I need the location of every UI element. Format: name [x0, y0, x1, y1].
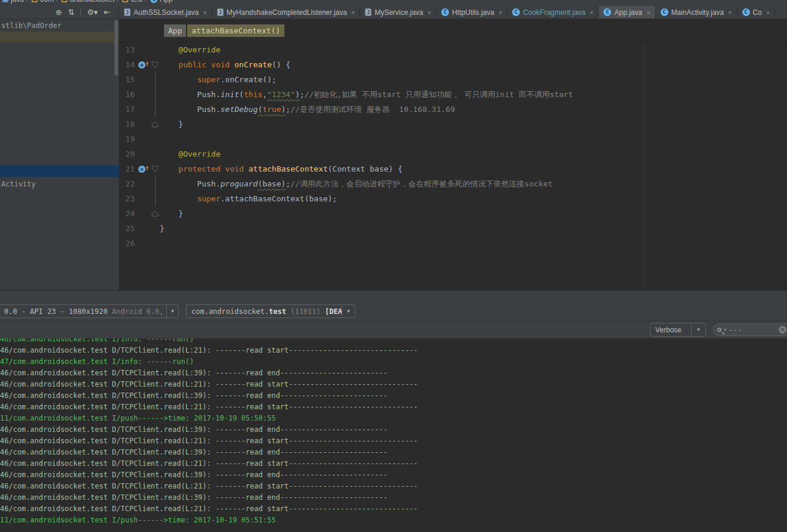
- fold-collapse-icon[interactable]: [150, 161, 160, 176]
- chevron-down-icon[interactable]: ▼: [166, 305, 178, 318]
- code-token: .attachBaseContext(base);: [221, 194, 337, 203]
- code-text[interactable]: super.onCreate();: [160, 75, 787, 84]
- context-class-chip[interactable]: App: [164, 24, 186, 37]
- close-icon[interactable]: ×: [498, 9, 502, 16]
- log-level-selector[interactable]: Verbose ▼: [650, 323, 706, 337]
- line-number[interactable]: 16: [119, 90, 137, 99]
- line-number[interactable]: 18: [119, 120, 137, 129]
- code-line: 15 super.onCreate();: [119, 72, 787, 87]
- chevron-down-icon[interactable]: ▼: [342, 305, 355, 318]
- gutter-icon-cell: [137, 176, 150, 191]
- top-navigation-bar: java/com/androidsocket/test/CApp: [0, 0, 787, 6]
- code-token: [160, 194, 197, 203]
- code-token: (: [239, 90, 244, 99]
- close-icon[interactable]: ×: [427, 9, 431, 16]
- overrides-method-icon[interactable]: o↑: [137, 57, 150, 72]
- fold-marker-cell: [150, 236, 160, 251]
- close-icon[interactable]: ×: [351, 9, 355, 16]
- code-text[interactable]: Push.init(this,"1234");//初始化,如果 不用start …: [160, 89, 787, 100]
- panel-divider[interactable]: [0, 290, 787, 302]
- code-text[interactable]: }: [160, 120, 787, 129]
- line-number[interactable]: 17: [119, 105, 137, 114]
- code-text[interactable]: }: [160, 209, 787, 218]
- line-number[interactable]: 15: [119, 75, 137, 84]
- gutter-icon-cell: [137, 132, 150, 147]
- tab-label: MyService.java: [374, 8, 423, 17]
- device-selector[interactable]: 0.0 - API 23 - 1080x1920 Android 6.0, AP…: [0, 304, 179, 318]
- tab-mainactivity-java[interactable]: CMainActivity.java×: [656, 6, 738, 18]
- code-token: ,: [262, 90, 267, 99]
- log-line: 46/com.androidsocket.test D/TCPClient.re…: [0, 503, 787, 515]
- tab-httputils-java[interactable]: CHttpUtils.java×: [436, 6, 507, 18]
- code-line: 14o↑ public void onCreate() {: [119, 57, 787, 72]
- logcat-output[interactable]: 46/com.androidsocket.test I/info: ------…: [0, 338, 787, 532]
- project-tree-item[interactable]: stlib\PadOrder: [1, 21, 61, 30]
- close-icon[interactable]: ×: [728, 9, 732, 16]
- project-tree-selected-row[interactable]: [0, 32, 119, 42]
- log-line: 46/com.androidsocket.test D/TCPClient.re…: [0, 368, 787, 379]
- code-text[interactable]: @Override: [160, 45, 787, 54]
- search-options-chevron-icon[interactable]: ▼: [723, 328, 727, 332]
- process-selector[interactable]: com.androidsocket.test (11011) [DEAD] ▼: [186, 304, 355, 318]
- line-number[interactable]: 23: [119, 194, 137, 203]
- fold-collapse-icon[interactable]: [150, 57, 160, 72]
- clear-search-icon[interactable]: ×: [779, 326, 786, 334]
- line-number[interactable]: 25: [119, 224, 137, 233]
- code-text[interactable]: super.attachBaseContext(base);: [160, 194, 787, 203]
- code-text[interactable]: protected void attachBaseContext(Context…: [160, 164, 787, 173]
- line-number[interactable]: 19: [119, 135, 137, 144]
- project-tree-item[interactable]: Activity: [1, 180, 36, 188]
- settings-icon[interactable]: ⚙▾: [87, 8, 98, 16]
- code-token: }: [160, 120, 183, 129]
- fold-collapse-icon[interactable]: [150, 206, 160, 221]
- tab-co[interactable]: CCo×: [738, 6, 776, 18]
- tab-app-java[interactable]: CApp.java×: [599, 6, 655, 18]
- close-icon[interactable]: ×: [646, 9, 650, 16]
- chevron-down-icon[interactable]: ▼: [691, 323, 705, 336]
- line-number[interactable]: 20: [119, 150, 137, 158]
- context-method-chip[interactable]: attachBaseContext(): [187, 24, 284, 37]
- project-panel[interactable]: stlib\PadOrder Activity: [0, 19, 119, 290]
- log-line: 46/com.androidsocket.test D/TCPClient.re…: [0, 402, 787, 413]
- code-text[interactable]: public void onCreate() {: [160, 60, 787, 69]
- fold-collapse-icon[interactable]: [150, 117, 160, 132]
- line-number[interactable]: 22: [119, 179, 137, 188]
- line-number[interactable]: 26: [119, 239, 137, 248]
- collapse-all-icon[interactable]: ⇅: [68, 8, 75, 16]
- code-token: [244, 164, 249, 173]
- tab-myhandshakecompletedlistener-java[interactable]: JMyHandshakeCompletedListener.java×: [212, 6, 361, 18]
- close-icon[interactable]: ×: [766, 9, 770, 16]
- breadcrumb-item-androidsocket[interactable]: androidsocket: [61, 0, 114, 4]
- breadcrumb-item-App[interactable]: CApp: [150, 0, 172, 4]
- code-text[interactable]: @Override: [160, 150, 787, 158]
- code-text[interactable]: Push.proguard(base);//调用此方法，会启动进程守护，会在程序…: [160, 179, 787, 189]
- tab-label: CookFragment.java: [523, 8, 585, 17]
- close-icon[interactable]: ×: [590, 9, 593, 16]
- code-token: this: [244, 90, 262, 99]
- breadcrumb-item-com[interactable]: com: [32, 0, 54, 4]
- hide-panel-icon[interactable]: ⇤: [104, 8, 110, 16]
- tab-myservice-java[interactable]: JMyService.java×: [360, 6, 436, 18]
- search-icon[interactable]: [717, 328, 721, 332]
- folder-icon: [122, 0, 128, 2]
- line-number[interactable]: 21: [119, 164, 137, 173]
- gutter-icon-cell: [137, 236, 150, 251]
- line-number[interactable]: 13: [119, 45, 137, 54]
- locate-icon[interactable]: ⊕: [55, 8, 62, 16]
- breadcrumb-item-test[interactable]: test: [122, 0, 142, 4]
- line-number[interactable]: 14: [119, 60, 137, 69]
- code-area[interactable]: 13 @Override14o↑ public void onCreate() …: [119, 42, 787, 290]
- tab-cookfragment-java[interactable]: CCookFragment.java×: [507, 6, 599, 18]
- log-search-input[interactable]: ▼ --- ×: [713, 323, 787, 336]
- close-icon[interactable]: ×: [203, 9, 206, 16]
- code-text[interactable]: Push.setDebug(true);//是否使用测试环境 服务器 10.16…: [160, 104, 787, 115]
- project-tree-focused-row[interactable]: [0, 166, 119, 177]
- log-line: 11/com.androidsocket.test I/push------>t…: [0, 515, 787, 526]
- sidebar-scrollbar[interactable]: [114, 20, 118, 76]
- overrides-method-icon[interactable]: o↑: [137, 161, 150, 176]
- code-text[interactable]: }: [160, 224, 787, 233]
- gutter-icon-cell: [137, 102, 150, 117]
- line-number[interactable]: 24: [119, 209, 137, 218]
- breadcrumb-item-java[interactable]: java: [2, 0, 24, 4]
- tab-authsslsocket-java[interactable]: JAuthSSLSocket.java×: [119, 6, 212, 18]
